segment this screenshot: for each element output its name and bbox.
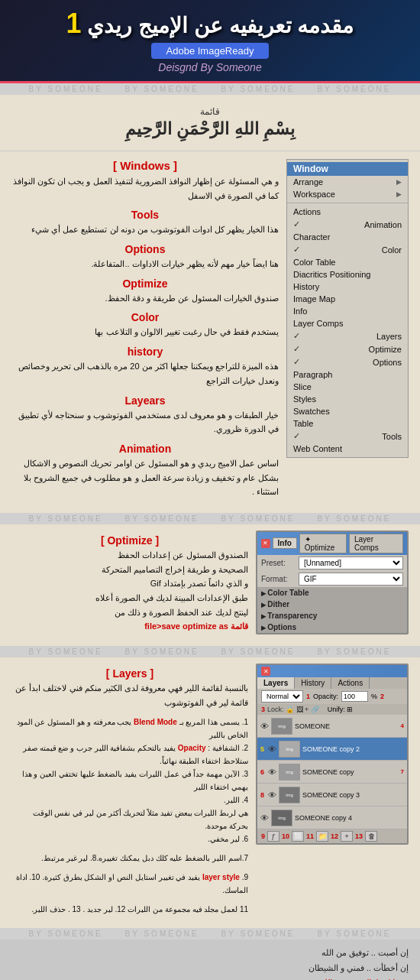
options-text: هنا ايضاً خيار مهم لأنه يظهر خيارات الاد…: [11, 257, 279, 271]
tab-layercomps[interactable]: Layer Comps: [349, 534, 403, 553]
tab-info[interactable]: Info: [273, 537, 297, 549]
layers-close-button[interactable]: ✕: [261, 667, 270, 676]
sidebar-item-optimize[interactable]: Optimize: [287, 342, 408, 355]
sidebar-item-styles[interactable]: Styles: [287, 393, 408, 405]
layer-name[interactable]: SOMEONE copy 3: [302, 791, 404, 799]
eye-icon[interactable]: 👁: [268, 745, 276, 754]
layer-style-button[interactable]: ƒ: [267, 831, 279, 842]
tab-optimize[interactable]: ✦ Optimize: [299, 534, 347, 553]
layer-row-2: 5 👁 img SOMEONE copy 2: [257, 738, 407, 761]
layer-number: 4: [401, 722, 404, 729]
panel-close-button[interactable]: ✕: [261, 539, 270, 548]
percent-symbol: %: [371, 693, 377, 700]
optimize-para: الصندوق المسئول عن إعدادات الحفظ الصحيحة…: [11, 548, 248, 634]
lock-label: Lock: 🔒 🖼 + 🔗: [267, 706, 319, 713]
tab-actions[interactable]: Actions: [331, 677, 370, 689]
footer: إن أصبت .. توفيق من الله إن أخطأت .. فمن…: [0, 939, 420, 980]
sidebar-item-arrange[interactable]: Arrange▶: [287, 176, 408, 188]
windows-text: و هي المسئولة عن إظهار النوافذ الضرورية …: [11, 174, 279, 203]
layer-row-5: 👁 img SOMEONE copy 4: [257, 806, 407, 829]
layer-thumb: img: [279, 741, 300, 758]
sidebar-item-animation[interactable]: Animation: [287, 218, 408, 231]
options-section[interactable]: Options: [257, 621, 407, 633]
layer-item-6: 6. لير مخفي.: [11, 832, 248, 845]
layer-thumb: img: [279, 787, 300, 803]
eye-icon[interactable]: 👁: [260, 813, 269, 823]
layer-item-3: 3. الآين مهمة جداً في عمل الليرات يفيد ب…: [11, 767, 248, 793]
preset-select[interactable]: [Unnamed]: [299, 557, 403, 570]
layer-row-1: 👁 img SOMEONE 4: [257, 715, 407, 738]
opacity-input[interactable]: [341, 691, 368, 702]
blend-mode-select[interactable]: Normal: [261, 690, 303, 703]
layer-item-1: 1. يسمى هذا المربع بـ Blend Mode يجب معر…: [11, 716, 248, 741]
layers-more-3: 11 لعمل مجلد فيه مجموعة من الليرات 12. ل…: [11, 903, 248, 916]
sidebar-item-actions[interactable]: Actions: [287, 206, 408, 218]
eye-icon[interactable]: 👁: [268, 790, 276, 800]
layers-panel: ✕ Layers History Actions Normal 1 Opacit…: [256, 664, 409, 845]
layer-name[interactable]: SOMEONE copy: [302, 768, 399, 776]
optimize-section: ✕ Info ✦ Optimize Layer Comps Preset: [U…: [0, 524, 420, 646]
eye-icon[interactable]: 👁: [260, 722, 269, 731]
layer-group-button[interactable]: 📁: [316, 831, 328, 842]
eye-icon[interactable]: 👁: [268, 767, 276, 777]
sidebar-item-paragraph[interactable]: Paragraph: [287, 368, 408, 381]
sidebar-item-swatches[interactable]: Swatches: [287, 405, 408, 417]
layers-more-2: 9. layer style يفيد في تغيير استايل النص…: [11, 871, 248, 897]
sidebar-item-character[interactable]: Character: [287, 231, 408, 243]
section-heading: قائمة: [11, 106, 409, 117]
color-table-section[interactable]: Color Table: [257, 587, 407, 599]
sidebar-item-layers[interactable]: Layers: [287, 329, 408, 342]
preset-row: Preset: [Unnamed]: [257, 555, 407, 571]
format-row: Format: GIF: [257, 571, 407, 587]
sidebar-item-tools[interactable]: Tools: [287, 430, 408, 443]
optimize-section-title: [ Optimize ]: [11, 534, 248, 547]
layer-item-2: 2. الشفافية : Opacity يفيد بالتحكم بشفاف…: [11, 741, 248, 767]
main-content: Window Arrange▶ Workspace▶ Actions Anima…: [0, 151, 420, 513]
layer-item-link: هي لربط الليرات ببعض تفيد مثلاً لتحريك أ…: [11, 806, 248, 832]
sidebar-item-layercomps[interactable]: Layer Comps: [287, 317, 408, 329]
layer-mask-button[interactable]: ⬜: [292, 831, 304, 842]
sidebar-item-options[interactable]: Options: [287, 355, 408, 368]
tab-layers[interactable]: Layers: [257, 677, 295, 689]
arrow-icon: ▶: [396, 190, 402, 198]
sidebar-header: Window: [287, 162, 408, 176]
sidebar-item-history[interactable]: History: [287, 281, 408, 293]
transparency-section[interactable]: Transparency: [257, 610, 407, 621]
header-designed: Deisgnd By Someone: [11, 61, 409, 73]
bottom-num-12: 12: [331, 832, 338, 840]
dither-section[interactable]: Dither: [257, 599, 407, 610]
history-text: هذه الميزة للتراجع ويمكننا جعلها اكثر من…: [11, 359, 279, 388]
bottom-num-10: 10: [282, 832, 289, 840]
num-label-8: 8: [260, 791, 264, 799]
layers-label-text: خيار الطبقات و هو معروف لدى مستخدمي الفو…: [11, 408, 279, 436]
sidebar-item-info[interactable]: Info: [287, 305, 408, 317]
arrow-icon: ▶: [396, 178, 402, 186]
tab-history[interactable]: History: [295, 677, 331, 689]
format-select[interactable]: GIF: [299, 573, 403, 586]
new-layer-button[interactable]: +: [341, 831, 353, 842]
layer-name[interactable]: SOMEONE copy 4: [295, 814, 404, 822]
sidebar-item-imagemap[interactable]: Image Map: [287, 293, 408, 305]
layer-name[interactable]: SOMEONE copy 2: [302, 745, 404, 753]
layer-item-4: 4. اللير.: [11, 793, 248, 806]
sidebar-item-slice[interactable]: Slice: [287, 381, 408, 393]
sidebar-item-workspace[interactable]: Workspace▶: [287, 188, 408, 200]
layers-tabs: Layers History Actions: [257, 677, 407, 689]
layers-intro: بالنسبة لقائمة اللير فهي معروفة لدى الكث…: [11, 681, 248, 709]
text-content: [ Windows ] و هي المسئولة عن إظهار النوا…: [11, 159, 279, 505]
divider: [287, 203, 408, 203]
lock-row: 3 Lock: 🔒 🖼 + 🔗 Unify: ⊞: [257, 704, 407, 715]
sidebar-item-color-table[interactable]: Color Table: [287, 256, 408, 268]
optimize-label: Optimize: [11, 277, 279, 290]
delete-layer-button[interactable]: 🗑: [365, 831, 377, 842]
watermark-3: BY SOMEONE BY SOMEONE BY SOMEONE BY SOME…: [0, 646, 420, 657]
num-label-1: 1: [306, 693, 310, 700]
sidebar-item-table[interactable]: Table: [287, 417, 408, 430]
layer-name[interactable]: SOMEONE: [295, 722, 399, 730]
layer-row-4: 8 👁 img SOMEONE copy 3: [257, 784, 407, 806]
sidebar-item-diacritics[interactable]: Diacritics Positioning: [287, 268, 408, 281]
sidebar-item-color[interactable]: Color: [287, 243, 408, 256]
header: مقدمه تعريفيه عن الإميج ريدي 1 Adobe Ima…: [0, 0, 420, 83]
bottom-num-9: 9: [261, 832, 265, 840]
sidebar-item-webcontent[interactable]: Web Content: [287, 443, 408, 455]
